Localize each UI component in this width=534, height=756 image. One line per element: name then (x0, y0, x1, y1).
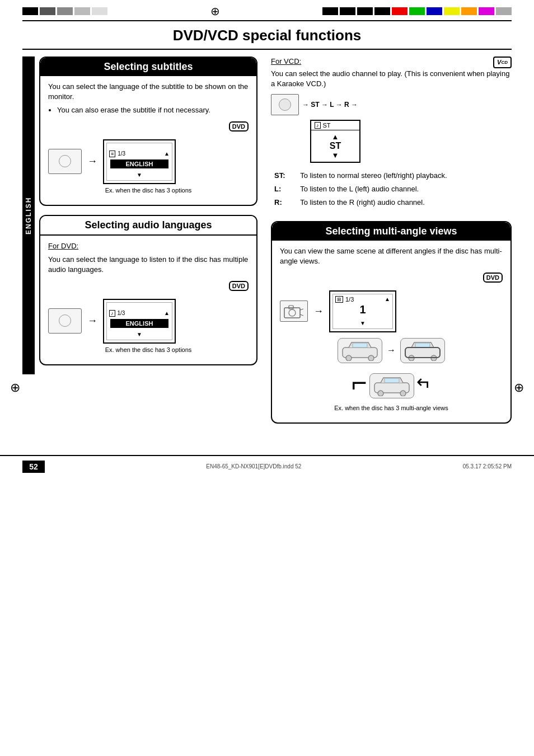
st-arrow-down: ▼ (332, 151, 339, 159)
bar-seg (444, 7, 460, 15)
right-column: For VCD: VCD You can select the audio ch… (271, 57, 512, 433)
svg-line-3 (300, 309, 303, 310)
st-display-box: ♪ ST ▲ ST ▼ (310, 120, 360, 163)
audio-dvd-badge: DVD (229, 281, 249, 291)
audio-box-title: Selecting audio languages (40, 216, 256, 236)
l-desc: To listen to the L (left) audio channel. (298, 183, 510, 195)
subtitle-box-title: Selecting subtitles (40, 58, 256, 76)
player-icon (48, 149, 82, 174)
bar-seg (409, 7, 425, 15)
arrow-down-small: ▼ (137, 172, 142, 178)
vcd-section: For VCD: VCD You can select the audio ch… (271, 57, 512, 210)
page-footer: 52 EN48-65_KD-NX901[E]DVDfb.indd 52 05.3… (0, 455, 534, 477)
subtitle-box: Selecting subtitles You can select the l… (39, 57, 257, 206)
top-bar: ⊕ (0, 0, 534, 20)
subtitle-body: You can select the language of the subti… (48, 82, 249, 102)
subtitle-ex-caption: Ex. when the disc has 3 options (48, 186, 249, 195)
bar-left (22, 7, 107, 15)
svg-point-6 (346, 355, 352, 361)
audio-tv-row-top: ♪ 1/3 ▲ (107, 309, 172, 317)
multiangle-body: You can view the same scene at different… (280, 246, 503, 266)
angle-arrow-down: ▼ (360, 320, 366, 326)
vcd-badge: VCD (493, 57, 512, 68)
audio-section: Selecting audio languages For DVD: You c… (39, 215, 257, 365)
car-icon-1 (338, 338, 382, 363)
st-desc: To listen to normal stereo (left/right) … (298, 170, 510, 182)
left-crosshair-icon: ⊕ (10, 381, 20, 395)
footer-file: EN48-65_KD-NX901[E]DVDfb.indd 52 (206, 463, 301, 469)
angle-icon: ⊞ (335, 296, 343, 303)
tv-screen-inner: ≡ 1/3 ▲ ENGLISH ▼ (106, 143, 172, 181)
multiangle-box-content: You can view the same scene at different… (272, 241, 510, 422)
multiangle-box-title: Selecting multi-angle views (272, 222, 510, 241)
subtitle-bullet1: You can also erase the subtitle if not n… (57, 105, 249, 115)
svg-point-1 (289, 309, 296, 316)
camera-icon (280, 300, 308, 322)
subtitle-icon: ≡ (109, 151, 115, 157)
bracket-icon: ⌐ (351, 369, 367, 396)
page-number: 52 (22, 461, 45, 473)
page-wrapper: ⊕ DVD/VCD special functions ⊕ ⊕ ENGLISH (0, 0, 534, 756)
bar-seg (496, 7, 512, 15)
subtitle-section: ENGLISH Selecting subtitles You can sele… (22, 57, 257, 374)
subtitle-num: 1/3 (118, 151, 125, 157)
audio-arrow-right-icon: → (87, 315, 97, 327)
table-row: R: To listen to the R (right) audio chan… (272, 196, 510, 209)
angle-num-display: 1 (359, 303, 366, 320)
svg-rect-12 (415, 343, 430, 348)
r-key: R: (272, 196, 297, 209)
title-rule (22, 49, 512, 50)
angle-num-label: 1/3 (345, 296, 354, 303)
bar-seg (57, 7, 73, 15)
svg-point-15 (378, 391, 383, 396)
dvd-badge: DVD (229, 121, 249, 132)
bar-seg (427, 7, 442, 15)
english-label: ENGLISH (22, 57, 35, 374)
subtitle-tv-screen: ≡ 1/3 ▲ ENGLISH ▼ (103, 139, 176, 184)
audio-num: 1/3 (118, 310, 125, 316)
audio-arrow-down-small: ▼ (137, 331, 142, 337)
angle-row-top: ⊞ 1/3 ▲ (333, 295, 392, 303)
r-desc: To listen to the R (right) audio channel… (298, 196, 510, 209)
for-vcd-label: For VCD: VCD (271, 57, 512, 67)
bar-seg (374, 7, 390, 15)
l-key: L: (272, 183, 297, 195)
left-column: ENGLISH Selecting subtitles You can sele… (22, 57, 257, 433)
multiangle-box: Selecting multi-angle views You can view… (271, 221, 512, 424)
audio-body: You can select the language to listen to… (48, 255, 249, 275)
page-title: DVD/VCD special functions (0, 27, 534, 44)
return-arrow-icon: ↵ (416, 374, 432, 392)
angle-arrow-up: ▲ (385, 296, 390, 302)
st-arrow-up: ▲ (332, 133, 339, 141)
car-diagram: → (280, 338, 503, 398)
arrow-right-icon: → (87, 156, 97, 167)
bar-seg (92, 7, 107, 15)
audio-box-content: For DVD: You can select the language to … (40, 236, 256, 364)
svg-rect-17 (385, 378, 399, 383)
bar-seg (322, 7, 338, 15)
audio-arrow-up-small: ▲ (164, 310, 170, 316)
svg-point-16 (400, 391, 406, 396)
cd-player-icon (271, 94, 299, 115)
st-display-label: ST (323, 122, 331, 129)
st-display-row1: ♪ ST (311, 121, 359, 130)
for-dvd-label: For DVD: (48, 241, 249, 251)
audio-english-bar: ENGLISH (110, 319, 168, 328)
bar-seg (22, 7, 38, 15)
svg-rect-2 (289, 306, 293, 309)
cd-disc-icon (279, 98, 291, 111)
bar-right (322, 7, 512, 15)
angle-arrow-right-icon: → (313, 306, 324, 317)
st-lr-table: ST: To listen to normal stereo (left/rig… (271, 168, 512, 210)
table-row: ST: To listen to normal stereo (left/rig… (272, 170, 510, 182)
car-icon-3 (369, 373, 414, 398)
right-crosshair-icon: ⊕ (514, 381, 524, 395)
arrow-up-small: ▲ (164, 151, 170, 157)
top-rule (22, 20, 512, 21)
svg-rect-8 (353, 343, 367, 348)
footer-date: 05.3.17 2:05:52 PM (463, 463, 512, 469)
subtitle-box-content: You can select the language of the subti… (40, 76, 256, 205)
audio-screen-mockup: → ♪ 1/3 ▲ ENGLISH (48, 299, 249, 344)
audio-box: Selecting audio languages For DVD: You c… (39, 215, 257, 365)
subtitle-english-bar: ENGLISH (110, 159, 168, 168)
